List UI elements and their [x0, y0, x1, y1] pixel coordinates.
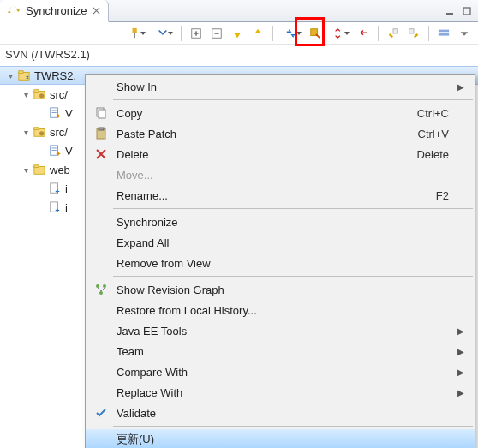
menu-item-rename[interactable]: Rename... F2 — [86, 185, 475, 206]
menu-item-expand-all[interactable]: Expand All — [86, 232, 475, 253]
pin-dropdown[interactable] — [123, 25, 147, 42]
tree-label: src/ — [50, 88, 68, 101]
svg-point-36 — [96, 284, 99, 288]
submenu-arrow-icon: ▶ — [457, 388, 475, 397]
tree-label: web — [50, 164, 70, 176]
svg-rect-0 — [446, 13, 453, 15]
tree-label: TWRS2. — [34, 69, 76, 82]
commit-button[interactable] — [405, 25, 422, 42]
sync-scope-label: SVN (/TWRS2.1) — [0, 45, 478, 64]
paste-icon — [89, 123, 113, 144]
expand-icon[interactable]: ▾ — [3, 69, 17, 82]
menu-item-show-in[interactable]: Show In ▶ — [86, 76, 475, 97]
tree-label: src/ — [50, 126, 68, 139]
check-icon — [89, 403, 113, 423]
file-outgoing-icon — [48, 144, 62, 158]
menu-item-java-ee-tools[interactable]: Java EE Tools ▶ — [86, 320, 475, 341]
maximize-icon[interactable] — [461, 5, 473, 17]
svg-rect-12 — [439, 29, 449, 32]
outgoing-mode-button[interactable] — [355, 25, 372, 42]
menu-separator — [113, 99, 473, 100]
svg-rect-11 — [409, 28, 414, 33]
delete-icon — [89, 144, 113, 164]
toolbar-separator — [378, 26, 379, 41]
svg-rect-3 — [134, 33, 135, 38]
menu-item-show-revision-graph[interactable]: Show Revision Graph — [86, 279, 475, 300]
tree-label: V — [65, 145, 73, 158]
menu-item-validate[interactable]: Validate — [86, 403, 475, 423]
update-button[interactable] — [385, 25, 402, 42]
menu-item-team[interactable]: Team ▶ — [86, 341, 475, 361]
menu-item-paste-patch[interactable]: Paste Patch Ctrl+V — [86, 123, 475, 144]
svg-rect-26 — [52, 148, 57, 149]
svg-rect-15 — [19, 71, 23, 74]
menu-item-copy[interactable]: Copy Ctrl+C — [86, 103, 475, 123]
tree-label: i — [65, 182, 68, 195]
menu-item-remove-from-view[interactable]: Remove from View — [86, 253, 475, 273]
svg-point-24 — [39, 131, 44, 135]
svg-rect-17 — [34, 90, 39, 93]
folder-icon — [33, 163, 46, 176]
svg-rect-21 — [52, 112, 57, 113]
svg-rect-27 — [52, 150, 57, 151]
view-controls — [444, 5, 478, 17]
view-tab-synchronize[interactable]: Synchronize — [0, 0, 109, 22]
toolbar-separator — [181, 26, 182, 41]
minimize-icon[interactable] — [444, 5, 456, 17]
project-icon — [17, 69, 31, 82]
svg-rect-35 — [99, 128, 104, 130]
svg-rect-23 — [34, 128, 39, 130]
tree-label: V — [65, 107, 73, 120]
svg-rect-33 — [99, 110, 105, 118]
menu-item-synchronize[interactable]: Synchronize — [86, 212, 475, 232]
menu-item-restore-local-history[interactable]: Restore from Local History... — [86, 300, 475, 320]
svg-point-18 — [39, 93, 44, 98]
toolbar — [0, 22, 478, 45]
file-incoming-icon — [48, 200, 62, 214]
submenu-arrow-icon: ▶ — [457, 326, 475, 336]
menu-separator — [113, 208, 473, 209]
expand-all-button[interactable] — [208, 25, 225, 42]
menu-item-compare-with[interactable]: Compare With ▶ — [86, 361, 475, 382]
sync-icon — [7, 4, 21, 18]
menu-item-replace-with[interactable]: Replace With ▶ — [86, 382, 475, 403]
menu-item-delete[interactable]: Delete Delete — [86, 144, 475, 164]
package-folder-icon — [33, 125, 46, 139]
svg-rect-8 — [214, 33, 218, 34]
graph-icon — [89, 279, 113, 300]
highlight-box — [295, 17, 325, 46]
submenu-arrow-icon: ▶ — [457, 347, 475, 356]
submenu-arrow-icon: ▶ — [457, 82, 475, 92]
package-folder-icon — [33, 87, 46, 101]
presentation-button[interactable] — [435, 25, 452, 42]
svg-rect-10 — [393, 28, 397, 33]
shortcut-label: Ctrl+C — [417, 107, 475, 120]
svg-rect-1 — [463, 8, 470, 15]
tree-label: i — [65, 201, 68, 214]
expand-icon[interactable]: ▾ — [19, 163, 33, 176]
shortcut-label: Ctrl+V — [418, 128, 475, 140]
collapse-all-button[interactable] — [188, 25, 205, 42]
view-menu-button[interactable] — [456, 25, 473, 42]
svg-rect-6 — [195, 31, 197, 35]
navigate-dropdown[interactable] — [151, 25, 175, 42]
svg-rect-2 — [133, 27, 137, 32]
file-incoming-icon — [48, 182, 62, 195]
toolbar-separator — [428, 26, 429, 41]
svg-rect-29 — [34, 165, 39, 168]
menu-separator — [113, 276, 473, 277]
expand-icon[interactable]: ▾ — [19, 87, 33, 101]
shortcut-label: Delete — [416, 148, 475, 161]
close-icon[interactable] — [93, 7, 101, 15]
menu-item-update[interactable]: 更新(U) — [86, 429, 475, 448]
svg-rect-13 — [439, 33, 449, 36]
copy-icon — [89, 103, 113, 123]
shortcut-label: F2 — [436, 189, 475, 202]
submenu-arrow-icon: ▶ — [457, 367, 475, 377]
conflicts-dropdown[interactable] — [327, 25, 351, 42]
svg-rect-20 — [52, 111, 57, 111]
next-change-button[interactable] — [229, 25, 246, 42]
expand-icon[interactable]: ▾ — [19, 125, 33, 139]
prev-change-button[interactable] — [249, 25, 266, 42]
svg-point-38 — [99, 291, 103, 295]
